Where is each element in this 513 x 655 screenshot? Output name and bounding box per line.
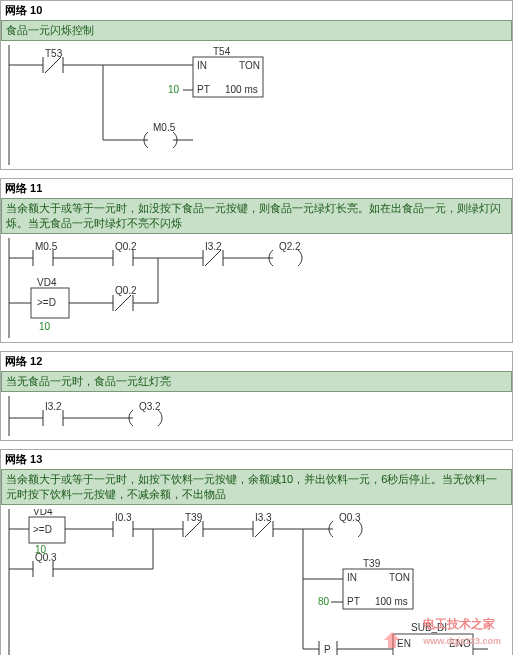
compare-op: >=D [33,524,52,535]
contact-label: M0.5 [35,241,58,252]
network-11: 网络 11 当余额大于或等于一元时，如没按下食品一元按键，则食品一元绿灯长亮。如… [0,178,513,343]
compare-op: >=D [37,297,56,308]
contact-label: I3.2 [205,241,222,252]
contact-label: I0.3 [115,512,132,523]
network-comment: 当无食品一元时，食品一元红灯亮 [1,371,512,392]
network-title: 网络 11 [1,179,512,198]
network-title: 网络 13 [1,450,512,469]
timer-in: IN [197,60,207,71]
ladder-body: M0.5 Q0.2 I3.2 Q2.2 VD4 >=D 10 Q0.2 [1,234,512,342]
timer-pt-lbl: PT [347,596,360,607]
contact-label: Q0.2 [115,241,137,252]
watermark-text: 电工技术之家 [423,617,495,631]
ladder-svg: T53 T54 IN TON PT 10 100 ms M0.5 [3,45,503,165]
ladder-body: T53 T54 IN TON PT 10 100 ms M0.5 [1,41,512,169]
network-12: 网络 12 当无食品一元时，食品一元红灯亮 I3.2 Q3.2 [0,351,513,441]
coil-label: M0.5 [153,122,176,133]
svg-line-4 [45,57,61,73]
svg-line-43 [185,521,201,537]
svg-line-21 [205,250,221,266]
network-comment: 当余额大于或等于一元时，如没按下食品一元按键，则食品一元绿灯长亮。如在出食品一元… [1,198,512,234]
watermark-url: www.dgjs123.com [423,636,501,646]
compare-val: 10 [39,321,51,332]
watermark: 电工技术之家 www.dgjs123.com [423,616,501,647]
network-title: 网络 12 [1,352,512,371]
compare-var: VD4 [33,509,53,517]
svg-line-27 [115,295,131,311]
ladder-svg: I3.2 Q3.2 [3,396,503,436]
contact-label: Q0.2 [115,285,137,296]
timer-name: T39 [363,558,381,569]
timer-in: IN [347,572,357,583]
ladder-body: I3.2 Q3.2 [1,392,512,440]
network-comment: 当余额大于或等于一元时，如按下饮料一元按键，余额减10，并出饮料一元，6秒后停止… [1,469,512,505]
contact-label: Q0.3 [35,552,57,563]
contact-label: I3.3 [255,512,272,523]
compare-var: VD4 [37,277,57,288]
contact-label: I3.2 [45,401,62,412]
ladder-svg: M0.5 Q0.2 I3.2 Q2.2 VD4 >=D 10 Q0.2 [3,238,503,338]
timer-type: TON [389,572,410,583]
network-comment: 食品一元闪烁控制 [1,20,512,41]
timer-pt-val: 10 [168,84,180,95]
network-title: 网络 10 [1,1,512,20]
timer-name: T54 [213,46,231,57]
timer-pt-val: 80 [318,596,330,607]
logo-icon [381,629,403,651]
network-10: 网络 10 食品一元闪烁控制 T53 T54 IN TON PT 10 100 … [0,0,513,170]
timer-time: 100 ms [225,84,258,95]
timer-time: 100 ms [375,596,408,607]
p-contact: P [324,644,331,655]
timer-pt-lbl: PT [197,84,210,95]
timer-type: TON [239,60,260,71]
svg-line-47 [255,521,271,537]
